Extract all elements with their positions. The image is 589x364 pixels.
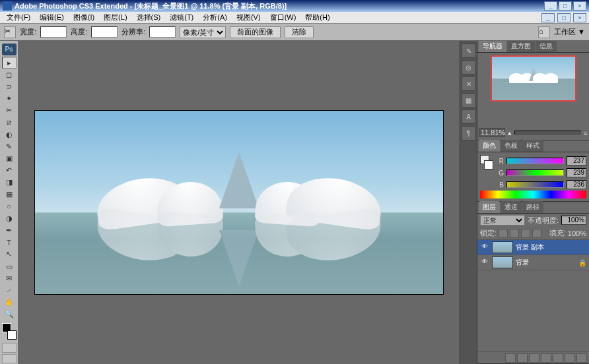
zoom-out-icon[interactable]: ▴ bbox=[508, 129, 512, 137]
menu-window[interactable]: 窗口(W) bbox=[266, 12, 300, 23]
tab-histogram[interactable]: 直方图 bbox=[507, 41, 535, 52]
gradient-tool[interactable]: ▦ bbox=[2, 189, 17, 200]
crop-tool[interactable]: ✂ bbox=[2, 105, 17, 117]
shape-tool[interactable]: ▭ bbox=[2, 260, 17, 272]
g-value[interactable]: 239 bbox=[567, 168, 586, 177]
layer-mask-icon[interactable] bbox=[529, 353, 539, 363]
quickmask-toggle[interactable] bbox=[2, 343, 17, 353]
layer-name[interactable]: 背景 副本 bbox=[516, 243, 576, 252]
group-icon[interactable] bbox=[553, 353, 563, 363]
history-brush-tool[interactable]: ↶ bbox=[2, 165, 17, 177]
layer-thumb[interactable] bbox=[492, 241, 513, 253]
dock-clone-icon[interactable]: ◎ bbox=[462, 60, 476, 75]
doc-restore-button[interactable]: □ bbox=[557, 13, 571, 22]
fill-value[interactable]: 100% bbox=[568, 229, 586, 237]
close-button[interactable]: × bbox=[573, 1, 586, 11]
eyedropper-tool[interactable]: ⟋ bbox=[2, 284, 17, 296]
dodge-tool[interactable]: ◑ bbox=[2, 212, 17, 224]
unit-select[interactable]: 像素/英寸 bbox=[180, 26, 226, 38]
visibility-icon[interactable]: 👁 bbox=[480, 258, 489, 267]
hand-tool[interactable]: ✋ bbox=[2, 296, 17, 308]
blend-mode-select[interactable]: 正常 bbox=[480, 215, 525, 226]
opacity-value[interactable]: 100% bbox=[561, 216, 586, 225]
lock-pos-icon[interactable] bbox=[521, 229, 530, 238]
color-spectrum[interactable] bbox=[480, 191, 586, 198]
new-layer-icon[interactable] bbox=[565, 353, 575, 363]
slice-tool[interactable]: ⧄ bbox=[2, 117, 17, 129]
layer-thumb[interactable] bbox=[492, 257, 513, 268]
restore-button[interactable]: □ bbox=[559, 1, 572, 11]
b-slider[interactable] bbox=[506, 181, 564, 188]
dock-swatch-icon[interactable]: ✕ bbox=[462, 76, 476, 91]
path-tool[interactable]: ↖ bbox=[2, 249, 17, 260]
height-input[interactable] bbox=[91, 26, 118, 38]
delete-layer-icon[interactable] bbox=[576, 353, 587, 363]
crop-tool-icon[interactable]: ✂ bbox=[4, 26, 16, 38]
lasso-tool[interactable]: ⊃ bbox=[2, 80, 17, 92]
r-slider[interactable] bbox=[506, 158, 564, 164]
res-input[interactable] bbox=[149, 26, 176, 38]
tab-channels[interactable]: 通道 bbox=[501, 201, 522, 213]
wand-tool[interactable]: ✦ bbox=[2, 93, 17, 105]
menu-file[interactable]: 文件(F) bbox=[3, 12, 34, 23]
menu-select[interactable]: 选择(S) bbox=[133, 12, 165, 23]
pen-tool[interactable]: ✒ bbox=[2, 224, 17, 236]
tab-styles[interactable]: 样式 bbox=[522, 140, 543, 152]
adjustment-icon[interactable] bbox=[541, 353, 551, 363]
navigator-thumbnail[interactable] bbox=[491, 55, 576, 102]
blur-tool[interactable]: ○ bbox=[2, 200, 17, 212]
visibility-icon[interactable]: 👁 bbox=[480, 243, 489, 252]
canvas-area[interactable] bbox=[18, 41, 460, 364]
stamp-tool[interactable]: ▣ bbox=[2, 152, 17, 164]
tab-layers[interactable]: 图层 bbox=[479, 201, 500, 213]
color-bg-swatch[interactable] bbox=[484, 160, 493, 169]
doc-minimize-button[interactable]: _ bbox=[541, 13, 555, 22]
menu-view[interactable]: 视图(V) bbox=[232, 12, 265, 23]
zoom-slider[interactable] bbox=[514, 131, 581, 135]
brush-tool[interactable]: ✎ bbox=[2, 140, 17, 152]
lock-all-icon[interactable] bbox=[532, 229, 541, 238]
type-tool[interactable]: T bbox=[2, 237, 17, 249]
r-value[interactable]: 237 bbox=[567, 156, 586, 166]
marquee-tool[interactable]: ◻ bbox=[2, 69, 17, 80]
layer-style-icon[interactable] bbox=[517, 353, 528, 363]
zoom-tool[interactable]: 🔍 bbox=[2, 309, 17, 320]
menu-help[interactable]: 帮助(H) bbox=[301, 12, 333, 23]
workspace-icon[interactable]: ⌂ bbox=[538, 26, 550, 38]
clear-button[interactable]: 清除 bbox=[285, 26, 314, 38]
dock-char-icon[interactable]: A bbox=[462, 109, 476, 124]
workspace-menu[interactable]: 工作区 ▼ bbox=[554, 27, 585, 37]
menu-filter[interactable]: 滤镜(T) bbox=[166, 12, 197, 23]
minimize-button[interactable]: _ bbox=[544, 1, 557, 11]
doc-close-button[interactable]: × bbox=[573, 13, 586, 22]
menu-edit[interactable]: 编辑(E) bbox=[36, 12, 68, 23]
lock-trans-icon[interactable] bbox=[499, 229, 508, 238]
dock-brush-icon[interactable]: ✎ bbox=[462, 44, 476, 58]
tab-info[interactable]: 信息 bbox=[536, 41, 557, 52]
tab-swatches[interactable]: 色板 bbox=[501, 140, 522, 152]
dock-style-icon[interactable]: ▦ bbox=[462, 93, 476, 107]
tab-color[interactable]: 颜色 bbox=[479, 140, 500, 152]
dock-para-icon[interactable]: ¶ bbox=[462, 126, 476, 140]
layer-name[interactable]: 背景 bbox=[516, 258, 576, 267]
menu-image[interactable]: 图像(I) bbox=[69, 12, 98, 23]
eraser-tool[interactable]: ◨ bbox=[2, 177, 17, 189]
healing-tool[interactable]: ◐ bbox=[2, 129, 17, 140]
tab-paths[interactable]: 路径 bbox=[522, 201, 543, 213]
menu-layer[interactable]: 图层(L) bbox=[100, 12, 131, 23]
menu-analysis[interactable]: 分析(A) bbox=[199, 12, 231, 23]
width-input[interactable] bbox=[40, 26, 67, 38]
notes-tool[interactable]: ✉ bbox=[2, 272, 17, 284]
g-slider[interactable] bbox=[506, 169, 564, 176]
zoom-percent[interactable]: 11.81% bbox=[479, 128, 505, 137]
front-image-button[interactable]: 前面的图像 bbox=[230, 26, 281, 38]
layer-row[interactable]: 👁 背景 副本 bbox=[477, 240, 589, 255]
lock-image-icon[interactable] bbox=[510, 229, 519, 238]
document-canvas[interactable] bbox=[34, 110, 444, 295]
screenmode-toggle[interactable] bbox=[2, 354, 17, 364]
layer-row[interactable]: 👁 背景 🔒 bbox=[477, 255, 589, 270]
b-value[interactable]: 236 bbox=[567, 180, 586, 189]
link-layers-icon[interactable] bbox=[505, 353, 516, 363]
tab-navigator[interactable]: 导航器 bbox=[479, 41, 506, 52]
zoom-in-icon[interactable]: ▵ bbox=[584, 129, 588, 137]
